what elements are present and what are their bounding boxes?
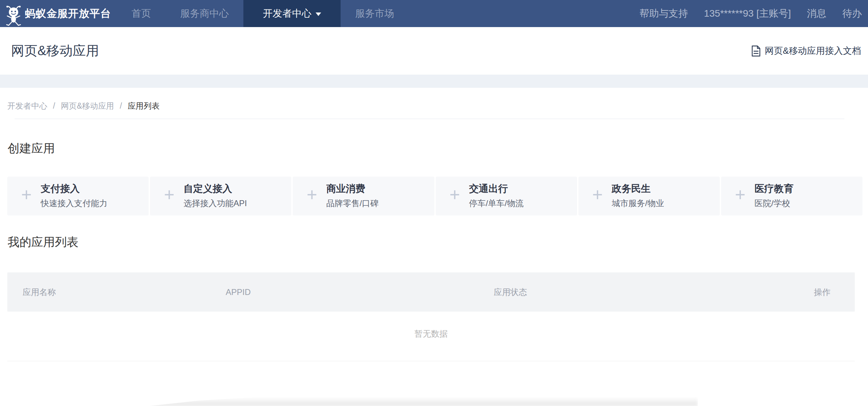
- nav-item-service-market[interactable]: 服务市场: [341, 0, 409, 27]
- main-nav: 首页 服务商中心 开发者中心 服务市场: [117, 0, 409, 27]
- nav-item-partner-center[interactable]: 服务商中心: [166, 0, 243, 27]
- messages-link[interactable]: 消息: [807, 7, 826, 20]
- brand-title: 蚂蚁金服开放平台: [25, 7, 111, 21]
- create-option-custom[interactable]: + 自定义接入 选择接入功能API: [150, 177, 291, 215]
- divider-band: [0, 75, 868, 88]
- plus-icon: +: [592, 186, 603, 204]
- plus-icon: +: [450, 186, 460, 204]
- app-table-header: 应用名称 APPID 应用状态 操作: [7, 272, 855, 312]
- app-table: 应用名称 APPID 应用状态 操作 暂无数据: [7, 272, 855, 357]
- chevron-down-icon: [316, 12, 321, 16]
- doc-link-label: 网页&移动应用接入文档: [765, 45, 861, 57]
- plus-icon: +: [21, 186, 32, 204]
- create-option-medical-edu[interactable]: + 医疗教育 医院/学校: [721, 177, 862, 215]
- breadcrumb: 开发者中心 / 网页&移动应用 / 应用列表: [0, 88, 868, 119]
- breadcrumb-web-mobile-app[interactable]: 网页&移动应用: [61, 101, 114, 110]
- brand[interactable]: 蚂蚁金服开放平台: [6, 0, 111, 27]
- page-title: 网页&移动应用: [11, 42, 99, 60]
- create-option-commerce[interactable]: + 商业消费 品牌零售/口碑: [293, 177, 434, 215]
- option-subtitle: 快速接入支付能力: [41, 198, 107, 209]
- column-actions: 操作: [806, 287, 855, 298]
- nav-item-developer-center[interactable]: 开发者中心: [243, 0, 341, 27]
- page-header: 网页&移动应用 网页&移动应用接入文档: [0, 27, 868, 75]
- top-navbar: 蚂蚁金服开放平台 首页 服务商中心 开发者中心 服务市场 帮助与支持 135**…: [0, 0, 868, 27]
- help-support-link[interactable]: 帮助与支持: [639, 7, 688, 20]
- plus-icon: +: [307, 186, 317, 204]
- create-option-transport[interactable]: + 交通出行 停车/单车/物流: [436, 177, 577, 215]
- plus-icon: +: [164, 186, 174, 204]
- document-icon: [751, 45, 761, 57]
- breadcrumb-separator: /: [120, 101, 122, 110]
- empty-state: 暂无数据: [7, 312, 855, 357]
- table-bottom-divider: [7, 361, 855, 361]
- todo-link[interactable]: 待办: [842, 7, 862, 20]
- option-subtitle: 停车/单车/物流: [469, 198, 524, 209]
- breadcrumb-divider: [15, 119, 844, 119]
- navbar-right: 帮助与支持 135******93 [主账号] 消息 待办: [639, 7, 862, 20]
- account-label[interactable]: 135******93 [主账号]: [704, 7, 791, 20]
- create-app-title: 创建应用: [8, 141, 868, 157]
- nav-item-developer-center-label: 开发者中心: [263, 7, 311, 20]
- option-title: 交通出行: [469, 183, 524, 194]
- create-option-payment[interactable]: + 支付接入 快速接入支付能力: [7, 177, 149, 215]
- create-option-government[interactable]: + 政务民生 城市服务/物业: [578, 177, 720, 215]
- option-title: 商业消费: [326, 183, 379, 194]
- plus-icon: +: [735, 186, 745, 204]
- column-app-status: 应用状态: [494, 287, 806, 298]
- option-title: 政务民生: [612, 183, 664, 194]
- column-app-name: 应用名称: [7, 287, 226, 298]
- ant-logo-icon: [6, 0, 22, 27]
- option-subtitle: 选择接入功能API: [184, 198, 247, 209]
- breadcrumb-developer-center[interactable]: 开发者中心: [7, 101, 47, 110]
- my-app-list-title: 我的应用列表: [8, 234, 868, 250]
- option-subtitle: 城市服务/物业: [612, 198, 664, 209]
- nav-item-home[interactable]: 首页: [117, 0, 166, 27]
- breadcrumb-app-list: 应用列表: [128, 101, 160, 110]
- option-title: 支付接入: [41, 183, 107, 194]
- breadcrumb-separator: /: [53, 101, 55, 110]
- option-subtitle: 医院/学校: [754, 198, 793, 209]
- option-title: 自定义接入: [184, 183, 247, 194]
- bottom-shadow: [149, 397, 698, 406]
- option-title: 医疗教育: [754, 183, 793, 194]
- create-options-row: + 支付接入 快速接入支付能力 + 自定义接入 选择接入功能API + 商业消费…: [7, 177, 862, 215]
- column-appid: APPID: [226, 287, 494, 297]
- doc-link[interactable]: 网页&移动应用接入文档: [751, 45, 861, 57]
- option-subtitle: 品牌零售/口碑: [326, 198, 379, 209]
